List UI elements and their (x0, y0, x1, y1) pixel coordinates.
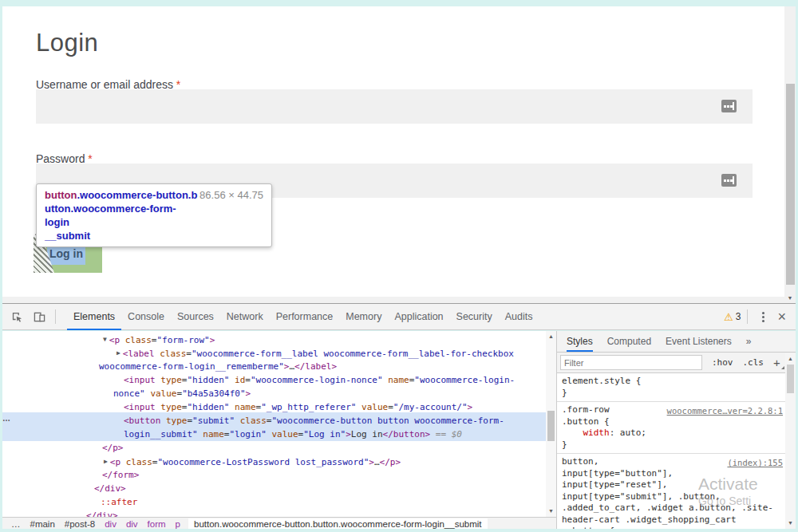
css-rule: woocommerce…ver=2.2.8:1.form-row.button … (557, 402, 796, 454)
styles-scrollbar[interactable]: ▲ ▼ (785, 353, 796, 529)
console-warnings-badge[interactable]: ⚠ 3 (717, 311, 747, 323)
styles-sidebar: StylesComputedEvent Listeners» :hov .cls… (557, 331, 796, 529)
css-line[interactable]: .button { (562, 416, 791, 428)
breadcrumb-item[interactable]: p (171, 519, 185, 529)
input-ime-icon[interactable] (721, 100, 737, 112)
dom-tree-node[interactable]: </p> (102, 441, 124, 455)
browser-page: Login Username or email address * Passwo… (2, 6, 784, 297)
devtools-toolbar: ElementsConsoleSourcesNetworkPerformance… (2, 304, 796, 330)
breadcrumb-item[interactable]: #post-8 (60, 519, 100, 529)
frame-edge (0, 529, 798, 532)
elements-scrollbar[interactable]: ▲ ▼ (546, 331, 556, 517)
breadcrumb-item[interactable]: #main (26, 519, 60, 529)
breadcrumb-item[interactable]: div (100, 519, 121, 529)
tab-performance[interactable]: Performance (270, 304, 340, 330)
login-button-label: Log in (49, 247, 83, 260)
css-line[interactable]: } (562, 388, 791, 400)
inspect-tooltip: button.woocommerce-button.button.woocomm… (36, 183, 272, 247)
sidebar-tab-bar: StylesComputedEvent Listeners» (557, 331, 796, 353)
sidebar-tab-computed[interactable]: Computed (607, 331, 651, 352)
username-input[interactable] (36, 89, 753, 124)
toggle-pseudo-button[interactable]: :hov (712, 357, 733, 368)
stylesheet-link[interactable]: (index):155 (727, 457, 783, 469)
dom-tree-node[interactable]: nonce" value="b4a5a304f0"> (113, 387, 251, 400)
page-scrollbar-thumb[interactable] (786, 84, 795, 285)
page-horizontal-scrollbar[interactable] (2, 297, 784, 303)
toolbar-divider (55, 309, 56, 324)
dom-tree-node[interactable]: ▶<p class="woocommerce-LostPassword lost… (104, 455, 401, 469)
css-line[interactable]: .added_to_cart, .widget a.button, .site- (562, 502, 791, 514)
frame-edge (0, 303, 2, 532)
tab-security[interactable]: Security (450, 304, 499, 330)
inspect-tooltip-size: 86.56 × 44.75 (200, 188, 263, 242)
row-actions-icon[interactable]: … (2, 414, 11, 423)
tab-network[interactable]: Network (220, 304, 270, 330)
css-line[interactable]: input[type="reset"], (562, 479, 791, 491)
scroll-down-icon[interactable]: ▼ (785, 519, 796, 527)
breadcrumb-item[interactable]: form (143, 519, 171, 529)
elements-scrollbar-thumb[interactable] (547, 411, 555, 441)
dom-tree-node[interactable]: </div> (94, 482, 126, 495)
page-vertical-scrollbar[interactable]: ▼ (784, 6, 796, 303)
css-line[interactable]: input[type="submit"], .button, (562, 491, 791, 503)
sidebar-tab-event-listeners[interactable]: Event Listeners (666, 331, 732, 352)
scroll-down-icon[interactable]: ▼ (784, 294, 796, 302)
tab-console[interactable]: Console (121, 304, 171, 330)
toggle-class-button[interactable]: .cls (743, 357, 764, 368)
breadcrumb-item[interactable]: … (6, 519, 26, 529)
devtools-tab-bar: ElementsConsoleSourcesNetworkPerformance… (67, 304, 539, 330)
elements-dom-tree: … ▼<p class="form-row">▶<label class="wo… (0, 331, 546, 517)
screenshot-root: Login Username or email address * Passwo… (0, 0, 798, 532)
input-ime-icon[interactable] (721, 174, 737, 187)
toolbar-right-controls: ⚠ 3 × (717, 304, 796, 330)
inspect-tooltip-selector: button.woocommerce-button.button.woocomm… (45, 188, 200, 242)
dom-tree-node[interactable]: ▼<p class="form-row"> (103, 333, 215, 347)
sidebar-tab-styles[interactable]: Styles (567, 331, 593, 352)
css-line[interactable]: width: auto; (562, 428, 791, 439)
dom-tree-node[interactable]: <input type="hidden" name="_wp_http_refe… (124, 400, 472, 414)
dom-tree-node[interactable]: woocommerce-form-login__rememberme">…</l… (99, 360, 337, 373)
dom-tree-node[interactable]: <button type="submit" class="woocommerce… (124, 414, 504, 428)
css-rule: (index):155button,input[type="button"],i… (557, 454, 796, 529)
scroll-up-icon[interactable]: ▲ (546, 333, 556, 341)
breadcrumb-item[interactable]: div (121, 519, 143, 529)
css-line[interactable]: } (562, 439, 791, 451)
toolbar-divider (747, 309, 748, 324)
dom-tree-node[interactable]: <input type="hidden" id="woocommerce-log… (124, 373, 515, 387)
dom-tree-node[interactable]: </form> (102, 468, 139, 482)
stylesheet-link[interactable]: woocommerce…ver=2.2.8:1 (667, 405, 783, 417)
css-line[interactable]: element.style { (562, 376, 791, 388)
styles-scrollbar-thumb[interactable] (787, 365, 794, 393)
device-toolbar-icon[interactable] (33, 310, 45, 323)
styles-filter-input[interactable] (560, 355, 702, 370)
tab-elements[interactable]: Elements (67, 304, 121, 330)
css-line[interactable]: header-cart .widget_shopping_cart (562, 514, 791, 526)
long-press-corner (781, 366, 784, 369)
css-rule: element.style {} (557, 373, 796, 402)
tab-sources[interactable]: Sources (171, 304, 220, 330)
page-title: Login (36, 29, 98, 57)
dom-tree-node[interactable]: ::after (101, 495, 137, 509)
dom-tree-node[interactable]: login__submit" name="login" value="Log i… (124, 428, 462, 441)
css-line[interactable]: input[type="button"], (562, 468, 791, 480)
scroll-up-icon[interactable]: ▲ (785, 355, 796, 363)
tab-memory[interactable]: Memory (339, 304, 388, 330)
devtools-menu-icon[interactable] (762, 316, 764, 318)
elements-breadcrumb-bar: …#main#post-8divdivformpbutton.woocommer… (0, 517, 556, 530)
dom-tree-node[interactable]: </div> (86, 509, 118, 517)
breadcrumb-item[interactable]: button.woocommerce-button.button.woocomm… (188, 518, 488, 530)
tab-application[interactable]: Application (388, 304, 449, 330)
tab-audits[interactable]: Audits (499, 304, 539, 330)
dom-tree-node[interactable]: ▶<label class="woocommerce-form__label w… (117, 346, 514, 361)
styles-filter-row: :hov .cls + (557, 353, 796, 373)
devtools-close-icon[interactable]: × (777, 304, 786, 330)
css-rules-list: element.style {}woocommerce…ver=2.2.8:1.… (557, 373, 796, 529)
more-tabs-chevron[interactable]: » (746, 331, 752, 352)
scroll-down-icon[interactable]: ▼ (546, 507, 556, 515)
inspect-element-icon[interactable] (10, 310, 23, 323)
new-style-rule-button[interactable]: + (773, 356, 780, 369)
warning-icon: ⚠ (724, 311, 733, 323)
